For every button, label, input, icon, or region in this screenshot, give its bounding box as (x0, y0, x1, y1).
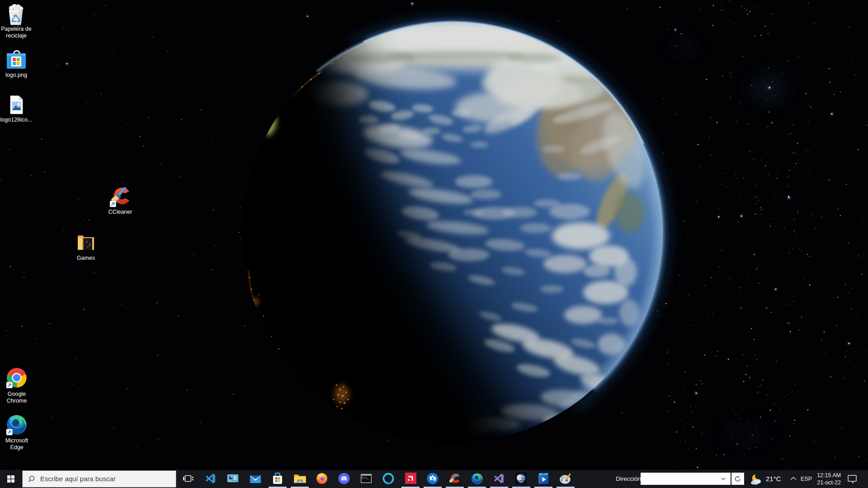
svg-text:C:\_: C:\_ (362, 477, 369, 480)
